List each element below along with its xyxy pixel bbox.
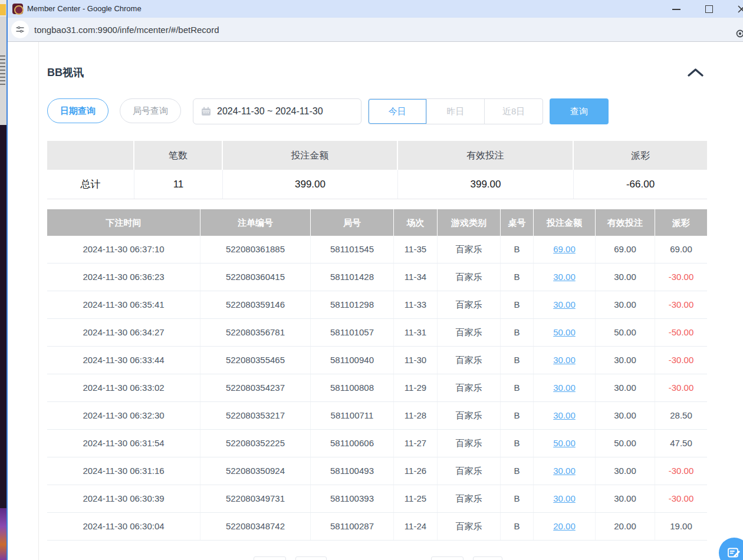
cell-session: 11-24 [394,513,438,540]
pagination-button[interactable] [473,556,502,560]
table-row: 2024-11-30 06:32:30522080353217581100711… [47,402,707,430]
url-text[interactable]: tongbao31.com:9900/infe/mcenter/#/betRec… [34,18,219,42]
summary-header-blank [47,141,134,170]
bet-amount-link[interactable]: 50.00 [553,438,576,448]
bet-amount-link[interactable]: 30.00 [553,493,576,503]
summary-total-label: 总计 [47,170,134,199]
cell-payout: -30.00 [655,485,707,512]
round-query-button[interactable]: 局号查询 [120,98,181,123]
bet-amount-link[interactable]: 30.00 [553,355,576,365]
date-range-value: 2024-11-30 ~ 2024-11-30 [217,106,323,117]
cell-valid-bet: 30.00 [596,485,655,512]
cell-round-no: 581101545 [311,236,394,263]
table-row: 2024-11-30 06:35:41522080359146581101298… [47,291,707,319]
summary-total-row: 总计 11 399.00 399.00 -66.00 [47,170,707,199]
bet-amount-link[interactable]: 50.00 [553,327,576,337]
cell-order-no: 522080348742 [200,513,311,540]
cell-bet-time: 2024-11-30 06:37:10 [47,236,200,263]
cell-payout: -30.00 [655,347,707,374]
cell-round-no: 581101057 [311,319,394,346]
cell-order-no: 522080356781 [200,319,311,346]
desktop-background-strip [0,0,6,17]
bet-amount-link[interactable]: 30.00 [553,466,576,476]
cell-order-no: 522080350924 [200,457,311,485]
cell-table-no: B [501,236,534,263]
collapse-chevron-icon[interactable] [688,68,703,80]
date-range-input[interactable]: 2024-11-30 ~ 2024-11-30 [193,98,361,124]
cell-round-no: 581100287 [311,513,394,540]
cell-bet-amount: 50.00 [534,319,596,346]
pagination-button[interactable] [295,556,327,560]
table-row: 2024-11-30 06:37:10522080361885581101545… [47,236,707,263]
cell-bet-amount: 69.00 [534,236,596,263]
bet-amount-link[interactable]: 30.00 [553,383,576,393]
site-favicon-icon [12,4,23,14]
cell-payout: -50.00 [655,319,707,346]
bet-record-table: 下注时间注单编号局号场次游戏类别桌号投注金额有效投注派彩 2024-11-30 … [47,209,707,541]
protection-status-icon[interactable] [735,29,743,41]
site-settings-icon[interactable] [11,21,29,38]
cell-table-no: B [501,402,534,429]
cell-table-no: B [501,291,534,318]
cell-bet-time: 2024-11-30 06:34:27 [47,319,200,346]
cell-table-no: B [501,457,534,485]
pagination-button[interactable] [431,556,463,560]
table-row: 2024-11-30 06:30:39522080349731581100393… [47,485,707,513]
bet-amount-link[interactable]: 30.00 [553,299,576,309]
summary-table: 笔数 投注金额 有效投注 派彩 总计 11 399.00 399.00 -66.… [47,141,707,199]
cell-order-no: 522080355465 [200,347,311,374]
cell-order-no: 522080349731 [200,485,311,512]
bet-amount-link[interactable]: 30.00 [553,410,576,420]
table-header-row: 下注时间注单编号局号场次游戏类别桌号投注金额有效投注派彩 [47,209,707,236]
close-icon[interactable] [737,5,743,14]
last-8-days-button[interactable]: 近8日 [484,99,543,124]
bet-amount-link[interactable]: 20.00 [553,521,576,531]
cell-valid-bet: 30.00 [596,457,655,485]
col-header-table-no: 桌号 [501,209,534,236]
cell-game-type: 百家乐 [438,485,501,512]
cell-game-type: 百家乐 [438,236,501,263]
cell-table-no: B [501,347,534,374]
cell-game-type: 百家乐 [438,319,501,346]
bet-amount-link[interactable]: 69.00 [553,244,576,254]
bet-amount-link[interactable]: 30.00 [553,272,576,282]
maximize-icon[interactable] [705,5,713,13]
cell-table-no: B [501,513,534,540]
cell-payout: 47.50 [655,430,707,457]
summary-header-row: 笔数 投注金额 有效投注 派彩 [47,141,707,170]
today-button[interactable]: 今日 [369,99,426,124]
summary-payout-value: -66.00 [574,170,707,199]
desktop-background-strip [0,508,6,560]
cell-session: 11-35 [394,236,438,263]
cell-payout: -30.00 [655,374,707,401]
table-row: 2024-11-30 06:34:27522080356781581101057… [47,319,707,347]
col-header-payout: 派彩 [655,209,707,236]
desktop-folder-fragment [0,4,6,15]
cell-bet-time: 2024-11-30 06:33:44 [47,347,200,374]
cell-bet-amount: 30.00 [534,457,596,485]
cell-valid-bet: 50.00 [596,319,655,346]
cell-bet-time: 2024-11-30 06:31:16 [47,457,200,485]
cell-bet-amount: 30.00 [534,374,596,401]
cell-order-no: 522080361885 [200,236,311,263]
pagination-button[interactable] [254,556,286,560]
table-row: 2024-11-30 06:31:16522080350924581100493… [47,457,707,485]
search-button[interactable]: 查询 [550,98,609,124]
minimize-icon[interactable] [672,9,680,10]
cell-table-no: B [501,430,534,457]
table-row: 2024-11-30 06:30:04522080348742581100287… [47,513,707,541]
cell-game-type: 百家乐 [438,291,501,318]
cell-session: 11-27 [394,430,438,457]
table-row: 2024-11-30 06:33:02522080354237581100808… [47,374,707,402]
desktop-background-strip [0,125,6,508]
col-header-order-no: 注单编号 [200,209,311,236]
cell-bet-amount: 50.00 [534,430,596,457]
background-text-fragment [0,55,5,86]
cell-game-type: 百家乐 [438,457,501,485]
col-header-bet-amount: 投注金额 [534,209,596,236]
yesterday-button[interactable]: 昨日 [426,99,485,124]
cell-payout: 69.00 [655,236,707,263]
date-query-button[interactable]: 日期查询 [47,98,109,123]
page-title: BB视讯 [47,65,84,80]
col-header-valid-bet: 有效投注 [596,209,655,236]
